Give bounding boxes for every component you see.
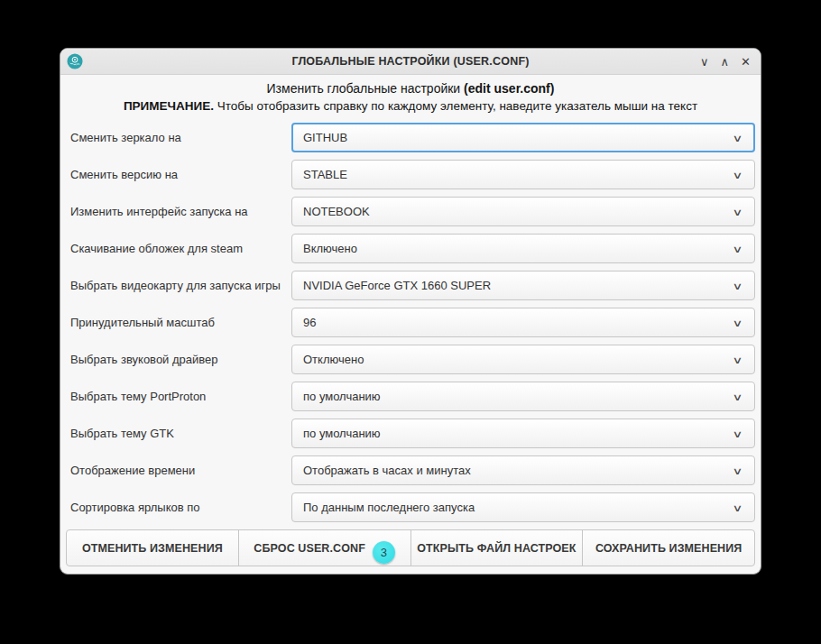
shortcut-sort-value: По данным последнего запуска — [303, 501, 733, 514]
footer-button-bar: ОТМЕНИТЬ ИЗМЕНЕНИЯ СБРОС USER.CONF 3 ОТК… — [66, 529, 755, 566]
chevron-down-icon: ∨ — [733, 317, 743, 328]
cancel-changes-button[interactable]: ОТМЕНИТЬ ИЗМЕНЕНИЯ — [66, 529, 239, 566]
row-version: Сменить версию на STABLE ∨ — [66, 160, 755, 189]
mirror-value: GITHUB — [303, 131, 733, 144]
header-line2-text: Чтобы отобразить справку по каждому элем… — [214, 99, 697, 113]
launch-interface-label: Изменить интерфейс запуска на — [66, 205, 291, 218]
steam-covers-label: Скачивание обложек для steam — [66, 242, 291, 255]
minimize-icon[interactable]: ∨ — [700, 56, 709, 68]
open-settings-file-button[interactable]: ОТКРЫТЬ ФАЙЛ НАСТРОЕК — [410, 529, 584, 566]
header-note: Изменить глобальные настройки (edit user… — [60, 75, 761, 114]
row-mirror: Сменить зеркало на GITHUB ∨ — [66, 123, 755, 152]
header-line1-text: Изменить глобальные настройки — [267, 81, 465, 96]
header-line1-bold: (edit user.conf) — [464, 81, 554, 96]
reset-userconf-label: СБРОС USER.CONF — [254, 542, 365, 555]
version-label: Сменить версию на — [66, 168, 291, 181]
gtk-theme-label: Выбрать тему GTK — [66, 427, 291, 440]
save-changes-label: СОХРАНИТЬ ИЗМЕНЕНИЯ — [595, 542, 743, 555]
chevron-down-icon: ∨ — [733, 243, 743, 254]
portproton-theme-select[interactable]: по умолчанию ∨ — [291, 382, 755, 411]
portproton-theme-label: Выбрать тему PortProton — [66, 390, 291, 403]
shortcut-sort-select[interactable]: По данным последнего запуска ∨ — [291, 492, 755, 522]
launch-interface-select[interactable]: NOTEBOOK ∨ — [291, 197, 755, 226]
header-line2-bold: ПРИМЕЧАНИЕ. — [124, 99, 214, 113]
row-launch-interface: Изменить интерфейс запуска на NOTEBOOK ∨ — [66, 197, 755, 226]
portproton-theme-value: по умолчанию — [303, 390, 733, 403]
chevron-down-icon: ∨ — [733, 169, 743, 180]
row-gpu: Выбрать видеокарту для запуска игры NVID… — [66, 271, 755, 300]
cancel-changes-label: ОТМЕНИТЬ ИЗМЕНЕНИЯ — [82, 542, 223, 555]
launch-interface-value: NOTEBOOK — [303, 205, 733, 218]
global-settings-window: ГЛОБАЛЬНЫЕ НАСТРОЙКИ (USER.CONF) ∨ ∧ ✕ И… — [60, 48, 761, 575]
reset-userconf-button[interactable]: СБРОС USER.CONF 3 — [238, 529, 411, 566]
gtk-theme-select[interactable]: по умолчанию ∨ — [291, 419, 755, 448]
save-changes-button[interactable]: СОХРАНИТЬ ИЗМЕНЕНИЯ — [582, 529, 755, 566]
forced-scale-select[interactable]: 96 ∨ — [291, 308, 755, 337]
sound-driver-select[interactable]: Отключено ∨ — [291, 345, 755, 374]
version-value: STABLE — [303, 168, 733, 181]
chevron-down-icon: ∨ — [733, 132, 743, 143]
window-title: ГЛОБАЛЬНЫЕ НАСТРОЙКИ (USER.CONF) — [291, 55, 529, 68]
maximize-icon[interactable]: ∧ — [721, 56, 730, 68]
forced-scale-label: Принудительный масштаб — [66, 316, 291, 329]
sound-driver-label: Выбрать звуковой драйвер — [66, 353, 291, 366]
chevron-down-icon: ∨ — [733, 354, 743, 365]
time-display-value: Отображать в часах и минутах — [303, 464, 733, 477]
sound-driver-value: Отключено — [303, 353, 733, 366]
row-steam-covers: Скачивание обложек для steam Включено ∨ — [66, 234, 755, 263]
time-display-select[interactable]: Отображать в часах и минутах ∨ — [291, 455, 755, 485]
row-gtk-theme: Выбрать тему GTK по умолчанию ∨ — [66, 419, 755, 448]
chevron-down-icon: ∨ — [733, 206, 743, 217]
row-forced-scale: Принудительный масштаб 96 ∨ — [66, 308, 755, 337]
row-shortcut-sort: Сортировка ярлыков по По данным последне… — [66, 492, 755, 522]
header-line-2: ПРИМЕЧАНИЕ. Чтобы отобразить справку по … — [60, 98, 761, 114]
portproton-app-icon — [67, 53, 83, 69]
chevron-down-icon: ∨ — [733, 280, 743, 291]
steam-covers-value: Включено — [303, 242, 733, 255]
mirror-select[interactable]: GITHUB ∨ — [291, 123, 755, 152]
chevron-down-icon: ∨ — [733, 501, 743, 513]
titlebar[interactable]: ГЛОБАЛЬНЫЕ НАСТРОЙКИ (USER.CONF) ∨ ∧ ✕ — [60, 49, 761, 75]
gpu-label: Выбрать видеокарту для запуска игры — [66, 279, 291, 292]
header-line-1: Изменить глобальные настройки (edit user… — [60, 81, 761, 97]
close-icon[interactable]: ✕ — [741, 56, 751, 68]
steam-covers-select[interactable]: Включено ∨ — [291, 234, 755, 263]
shortcut-sort-label: Сортировка ярлыков по — [66, 501, 291, 514]
forced-scale-value: 96 — [303, 316, 733, 329]
chevron-down-icon: ∨ — [733, 428, 743, 439]
gpu-select[interactable]: NVIDIA GeForce GTX 1660 SUPER ∨ — [291, 271, 755, 300]
row-portproton-theme: Выбрать тему PortProton по умолчанию ∨ — [66, 382, 755, 411]
open-settings-file-label: ОТКРЫТЬ ФАЙЛ НАСТРОЕК — [417, 542, 576, 555]
time-display-label: Отображение времени — [66, 464, 291, 477]
reset-count-badge: 3 — [373, 541, 395, 564]
row-sound-driver: Выбрать звуковой драйвер Отключено ∨ — [66, 345, 755, 374]
settings-list: Сменить зеркало на GITHUB ∨ Сменить верс… — [60, 114, 761, 522]
chevron-down-icon: ∨ — [733, 391, 743, 402]
version-select[interactable]: STABLE ∨ — [291, 160, 755, 189]
gtk-theme-value: по умолчанию — [303, 427, 733, 440]
row-time-display: Отображение времени Отображать в часах и… — [66, 455, 755, 485]
chevron-down-icon: ∨ — [733, 465, 743, 476]
mirror-label: Сменить зеркало на — [66, 131, 291, 144]
gpu-value: NVIDIA GeForce GTX 1660 SUPER — [303, 279, 733, 292]
